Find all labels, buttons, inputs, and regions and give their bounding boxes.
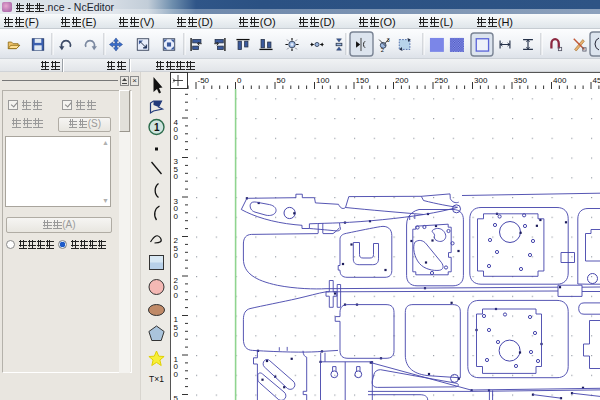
svg-text:0: 0 <box>174 370 179 379</box>
svg-text:2: 2 <box>381 47 384 53</box>
svg-text:0: 0 <box>174 330 179 339</box>
svg-text:T×1: T×1 <box>149 374 164 384</box>
svg-text:0: 0 <box>237 76 242 85</box>
svg-text:5: 5 <box>174 394 179 400</box>
svg-text:0: 0 <box>174 291 179 300</box>
svg-text:350: 350 <box>514 76 528 85</box>
svg-text:0: 0 <box>174 172 179 181</box>
svg-text:3: 3 <box>386 37 389 43</box>
svg-text:100: 100 <box>316 76 330 85</box>
svg-text:300: 300 <box>474 76 488 85</box>
svg-text:0: 0 <box>174 212 179 221</box>
svg-text:450: 450 <box>593 76 600 85</box>
svg-text:1: 1 <box>154 122 160 133</box>
svg-text:400: 400 <box>553 76 567 85</box>
svg-text:150: 150 <box>356 76 370 85</box>
svg-text:250: 250 <box>435 76 449 85</box>
svg-text:200: 200 <box>395 76 409 85</box>
svg-text:50: 50 <box>277 76 286 85</box>
svg-text:0: 0 <box>174 251 179 260</box>
svg-text:-50: -50 <box>198 76 210 85</box>
svg-text:0: 0 <box>174 133 179 142</box>
